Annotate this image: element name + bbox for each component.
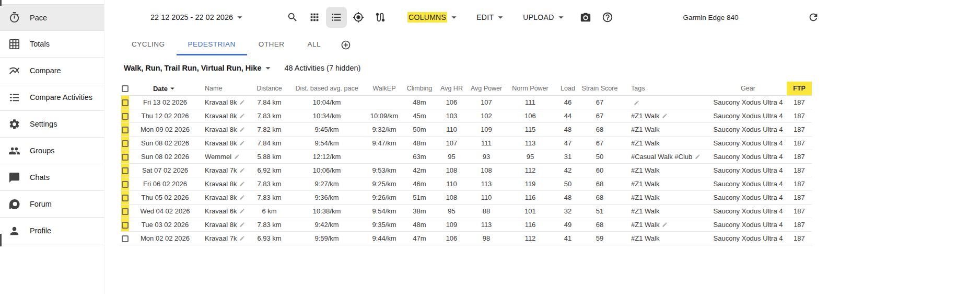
scrollbar-thumb-top[interactable] xyxy=(0,0,2,6)
row-checkbox[interactable] xyxy=(122,99,129,106)
sidebar-item-totals[interactable]: Totals xyxy=(0,31,104,58)
cell-pace: 10:38/km xyxy=(289,204,365,218)
sidebar-item-forum[interactable]: Forum xyxy=(0,191,104,218)
row-checkbox[interactable] xyxy=(122,140,129,147)
activity-name[interactable]: Kravaal 8k xyxy=(205,180,237,188)
compare-icon xyxy=(8,65,20,77)
edit-tags-icon[interactable] xyxy=(662,113,668,119)
column-header-avg_hr[interactable]: Avg HR xyxy=(435,82,468,95)
edit-name-icon[interactable] xyxy=(239,99,245,105)
cell-pace: 9:27/km xyxy=(289,177,365,190)
tab-all[interactable]: ALL xyxy=(296,35,333,55)
sidebar-item-profile[interactable]: Profile xyxy=(0,218,104,244)
edit-name-icon[interactable] xyxy=(239,208,245,214)
tab-cycling[interactable]: CYCLING xyxy=(120,35,177,55)
edit-tags-icon[interactable] xyxy=(662,222,668,228)
edit-tags-icon[interactable] xyxy=(634,100,639,106)
upload-menu-button[interactable]: UPLOAD xyxy=(523,12,566,23)
edit-menu-button[interactable]: EDIT xyxy=(476,12,506,23)
sidebar-item-pace[interactable]: Pace xyxy=(0,4,104,31)
cell-climbing: 48m xyxy=(404,136,435,150)
edit-name-icon[interactable] xyxy=(239,235,245,241)
column-header-tags[interactable]: Tags xyxy=(620,82,709,95)
camera-button[interactable] xyxy=(575,7,596,28)
column-header-climbing[interactable]: Climbing xyxy=(404,82,435,95)
sidebar-item-compare[interactable]: Compare xyxy=(0,58,104,84)
sidebar-item-settings[interactable]: Settings xyxy=(0,111,104,138)
cell-date: Sat 07 02 2026 xyxy=(139,163,191,177)
list-view-button[interactable] xyxy=(326,7,347,28)
tab-other[interactable]: OTHER xyxy=(247,35,296,55)
sidebar-item-groups[interactable]: Groups xyxy=(0,138,104,164)
date-range-select[interactable]: 22 12 2025 - 22 02 2026 xyxy=(150,12,246,23)
chevron-down-icon[interactable] xyxy=(262,62,274,74)
cell-date: Mon 09 02 2026 xyxy=(139,122,191,136)
select-all-checkbox[interactable] xyxy=(122,85,129,92)
activity-name[interactable]: Kravaal 8k xyxy=(205,221,237,229)
column-header-strain[interactable]: Strain Score xyxy=(580,82,620,95)
cell-strain: 51 xyxy=(580,204,620,218)
column-header-name[interactable]: Name xyxy=(191,82,250,95)
activity-type-filter[interactable]: Walk, Run, Trail Run, Virtual Run, Hike xyxy=(124,64,261,72)
column-header-norm_power[interactable]: Norm Power xyxy=(505,82,556,95)
row-checkbox[interactable] xyxy=(122,154,129,161)
edit-name-icon[interactable] xyxy=(239,181,245,187)
column-header-gear[interactable]: Gear xyxy=(709,82,787,95)
edit-name-icon[interactable] xyxy=(239,127,245,132)
cell-distance: 7.83 km xyxy=(250,218,289,231)
sidebar-item-compare-activities[interactable]: Compare Activities xyxy=(0,84,104,111)
help-button[interactable] xyxy=(597,7,618,28)
tab-pedestrian[interactable]: PEDESTRIAN xyxy=(177,35,247,55)
row-checkbox[interactable] xyxy=(122,208,129,215)
row-checkbox[interactable] xyxy=(122,181,129,188)
column-label: WalkEP xyxy=(373,85,396,92)
activity-name[interactable]: Kravaal 6k xyxy=(205,207,237,215)
refresh-button[interactable] xyxy=(803,7,824,28)
activity-name[interactable]: Kravaal 8k xyxy=(205,98,237,106)
settings-icon xyxy=(8,118,20,130)
route-button[interactable] xyxy=(370,7,391,28)
sidebar: PaceTotalsCompareCompare ActivitiesSetti… xyxy=(0,0,104,294)
edit-name-icon[interactable] xyxy=(239,140,245,146)
pencil-icon xyxy=(239,99,245,105)
column-header-pace[interactable]: Dist. based avg. pace xyxy=(289,82,365,95)
edit-name-icon[interactable] xyxy=(239,113,245,119)
column-header-ftp[interactable]: FTP xyxy=(787,82,812,95)
row-checkbox[interactable] xyxy=(122,222,129,229)
columns-menu-button[interactable]: COLUMNS xyxy=(407,12,460,23)
cell-load: 48 xyxy=(556,190,580,204)
column-header-cb[interactable] xyxy=(120,82,139,95)
add-tab-button[interactable] xyxy=(341,40,351,50)
locate-button[interactable] xyxy=(348,7,369,28)
activity-name[interactable]: Wemmel xyxy=(205,153,231,161)
search-button[interactable] xyxy=(282,7,303,28)
activity-name[interactable]: Kravaal 8k xyxy=(205,139,237,147)
edit-name-icon[interactable] xyxy=(239,222,245,228)
row-checkbox[interactable] xyxy=(122,235,129,242)
sidebar-item-chats[interactable]: Chats xyxy=(0,164,104,191)
column-header-load[interactable]: Load xyxy=(556,82,580,95)
column-header-walkep[interactable]: WalkEP xyxy=(365,82,404,95)
row-checkbox[interactable] xyxy=(122,195,129,201)
column-header-date[interactable]: Date xyxy=(139,82,191,95)
edit-name-icon[interactable] xyxy=(239,195,245,200)
edit-tags-icon[interactable] xyxy=(695,154,701,160)
column-header-distance[interactable]: Distance xyxy=(250,82,289,95)
activity-name[interactable]: Kravaal 7k xyxy=(205,234,237,242)
scrollbar-thumb-bottom[interactable] xyxy=(0,234,2,246)
row-checkbox[interactable] xyxy=(122,113,129,120)
edit-name-icon[interactable] xyxy=(234,154,240,160)
cell-date: Thu 05 02 2026 xyxy=(139,190,191,204)
activity-name[interactable]: Kravaal 8k xyxy=(205,194,237,201)
sidebar-item-label: Settings xyxy=(30,120,57,128)
column-header-avg_power[interactable]: Avg Power xyxy=(468,82,505,95)
edit-name-icon[interactable] xyxy=(239,167,245,173)
activity-name[interactable]: Kravaal 8k xyxy=(205,112,237,120)
grid-view-button[interactable] xyxy=(304,7,325,28)
row-checkbox[interactable] xyxy=(122,167,129,174)
cell-walkep: 10:09/km xyxy=(365,109,404,122)
row-select-cell xyxy=(120,204,139,218)
activity-name[interactable]: Kravaal 8k xyxy=(205,126,237,133)
activity-name[interactable]: Kravaal 7k xyxy=(205,166,237,174)
row-checkbox[interactable] xyxy=(122,127,129,133)
